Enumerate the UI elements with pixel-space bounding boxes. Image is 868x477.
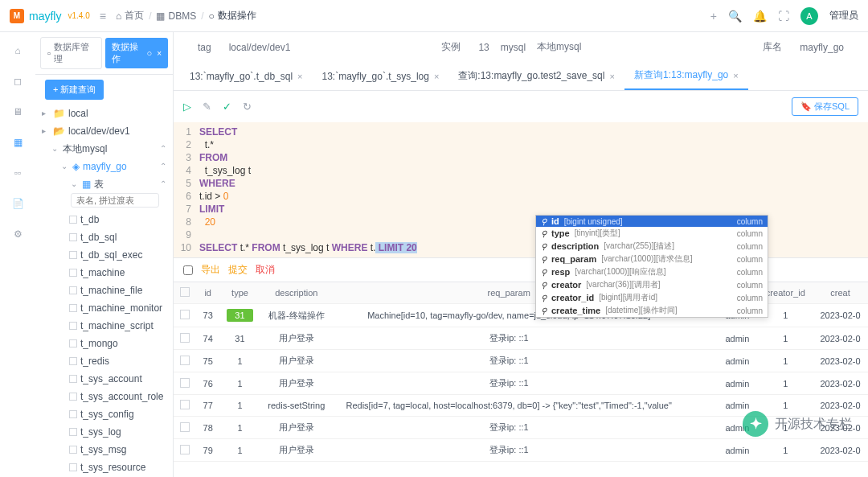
row-checkbox[interactable] [180,356,190,365]
row-checkbox[interactable] [180,333,190,343]
rail-bookmark-icon[interactable]: ◻ [10,74,25,88]
logo[interactable]: M mayfly v1.4.0 [10,9,90,23]
autocomplete-item[interactable]: ⚲req_param [varchar(1000)][请求信息]column [536,253,768,265]
autocomplete-item[interactable]: ⚲id [bigint unsigned]column [536,216,768,227]
table-filter [71,193,170,208]
tree-table-item[interactable]: t_sys_config [39,405,170,423]
select-all-checkbox[interactable] [183,265,193,275]
rail-apps-icon[interactable]: ▫▫ [10,166,25,180]
table-row[interactable]: 751用户登录登录ip: ::1admin12023-02-0 [174,350,868,372]
save-sql-button[interactable]: 🔖 保存SQL [792,97,858,116]
tree-table-item[interactable]: t_db_sql_exec [39,246,170,264]
breadcrumb-dbms[interactable]: ▦ DBMS [156,10,196,22]
table-header[interactable]: description [260,282,333,304]
rail-monitor-icon[interactable]: 🖥 [10,105,25,119]
row-checkbox[interactable] [180,378,190,388]
bell-icon[interactable]: 🔔 [753,10,767,23]
submit-link[interactable]: 提交 [228,263,248,277]
table-filter-input[interactable] [71,193,159,208]
tree-table-item[interactable]: t_sys_msg [39,441,170,458]
row-checkbox[interactable] [180,422,190,432]
sql-editor[interactable]: 1SELECT 2 t.* 3FROM 4 t_sys_log t 5WHERE… [174,122,868,257]
sidebar-tabs: ▫ 数据库管理 数据操作 ○ × [35,32,173,75]
tree-folder-dev[interactable]: ▸📂local/dev/dev1 [39,122,170,140]
breadcrumb-current: ○ 数据操作 [208,9,256,23]
tree-table-item[interactable]: t_db_sql [39,228,170,246]
table-row[interactable]: 771redis-setStringRedis[id=7, tag=local,… [174,395,868,417]
search-icon[interactable]: 🔍 [728,10,742,23]
run-icon[interactable]: ▷ [183,101,191,113]
tree-table-item[interactable]: t_mongo [39,335,170,352]
rail-settings-icon[interactable]: ⚙ [10,227,25,241]
table-header[interactable]: type [219,282,260,304]
tree-table-item[interactable]: t_machine [39,264,170,282]
close-icon[interactable]: × [434,72,439,81]
tree-table-item[interactable]: t_sys_account [39,370,170,388]
tree-db-local-mysql[interactable]: ⌄本地mysql⌃ [39,140,170,158]
tree-table-item[interactable]: t_redis [39,352,170,370]
close-icon[interactable]: × [157,49,162,58]
autocomplete-item[interactable]: ⚲type [tinyint][类型]column [536,227,768,240]
cancel-link[interactable]: 取消 [256,263,275,277]
tag-label: tag [198,42,211,53]
close-icon[interactable]: × [733,71,738,80]
row-checkbox[interactable] [180,445,190,454]
tree-table-item[interactable]: t_sys_log [39,423,170,441]
tree-table-item[interactable]: t_db [39,211,170,228]
breadcrumb-home[interactable]: ⌂ 首页 [116,9,144,23]
app-version: v1.4.0 [68,11,89,20]
tree-table-item[interactable]: t_machine_monitor [39,299,170,317]
tree-table-item[interactable]: t_machine_file [39,282,170,299]
tab-db-manage[interactable]: ▫ 数据库管理 [40,37,102,69]
autocomplete-item[interactable]: ⚲description [varchar(255)][描述]column [536,240,768,253]
table-row[interactable]: 7431用户登录登录ip: ::1admin12023-02-0 [174,327,868,350]
row-checkbox[interactable] [180,310,190,319]
new-query-button[interactable]: + 新建查询 [45,80,104,100]
editor-tab[interactable]: 新查询1:13:mayfly_go× [624,62,748,90]
tree-db-mayfly-go[interactable]: ⌄◈mayfly_go⌃ [39,158,170,175]
rail-home-icon[interactable]: ⌂ [10,43,25,58]
autocomplete-item[interactable]: ⚲create_time [datetime][操作时间]column [536,304,768,317]
toolbar: ▷ ✎ ✓ ↻ 🔖 保存SQL [174,91,868,122]
editor-tab[interactable]: 13:`mayfly_go`.t_sys_log× [313,64,449,88]
editor-tab[interactable]: 13:`mayfly_go`.t_db_sql× [180,64,313,88]
db-tree: ▸📁local ▸📂local/dev/dev1 ⌄本地mysql⌃ ⌄◈may… [35,105,173,477]
table-row[interactable]: 761用户登录登录ip: ::1admin12023-02-0 [174,372,868,395]
user-name[interactable]: 管理员 [829,9,858,23]
table-header[interactable]: id [196,282,219,304]
table-row[interactable]: 791用户登录登录ip: ::1admin12023-02-0 [174,439,868,462]
add-icon[interactable]: + [710,10,717,23]
tree-folder-local[interactable]: ▸📁local [39,105,170,122]
tab-db-operate[interactable]: 数据操作 ○ × [105,38,168,68]
tree-table-item[interactable]: t_machine_script [39,317,170,335]
rail-grid-icon[interactable]: ▦ [10,135,25,150]
editor-tab[interactable]: 查询:13:mayfly_go.test2_save_sql× [448,63,624,89]
table-header[interactable]: creat [813,282,868,304]
history-icon[interactable]: ↻ [243,101,252,113]
tree-table-item[interactable]: t_sys_account_role [39,388,170,405]
commit-icon[interactable]: ✓ [223,101,231,113]
avatar[interactable]: A [800,7,818,25]
rail-doc-icon[interactable]: 📄 [10,196,25,211]
info-bar: tag local/dev/dev1 实例 13 mysql 本地mysql 库… [174,32,868,62]
tree-table-item[interactable]: t_sys_resource [39,458,170,476]
row-checkbox[interactable] [180,400,190,409]
export-link[interactable]: 导出 [201,263,220,277]
menu-toggle-icon[interactable]: ≡ [100,10,106,23]
tag-value: local/dev/dev1 [229,42,291,53]
close-icon[interactable]: × [609,72,614,81]
close-icon[interactable]: × [297,72,302,81]
autocomplete-item[interactable]: ⚲creator [varchar(36)][调用者]column [536,278,768,291]
header-checkbox[interactable] [180,287,190,297]
app-name: mayfly [29,10,61,23]
autocomplete-popup[interactable]: ⚲id [bigint unsigned]column⚲type [tinyin… [535,215,768,318]
tree-tables-node[interactable]: ⌄▦表⌃ [39,175,170,193]
autocomplete-item[interactable]: ⚲creator_id [bigint][调用者id]column [536,291,768,304]
format-icon[interactable]: ✎ [203,101,211,113]
engine-value: mysql [501,42,526,53]
autocomplete-item[interactable]: ⚲resp [varchar(1000)][响应信息]column [536,265,768,278]
header-right: + 🔍 🔔 ⛶ A 管理员 [710,7,858,25]
instance-label: 实例 [441,40,461,54]
fullscreen-icon[interactable]: ⛶ [778,10,789,23]
table-row[interactable]: 781用户登录登录ip: ::1admin12023-02-0 [174,417,868,439]
